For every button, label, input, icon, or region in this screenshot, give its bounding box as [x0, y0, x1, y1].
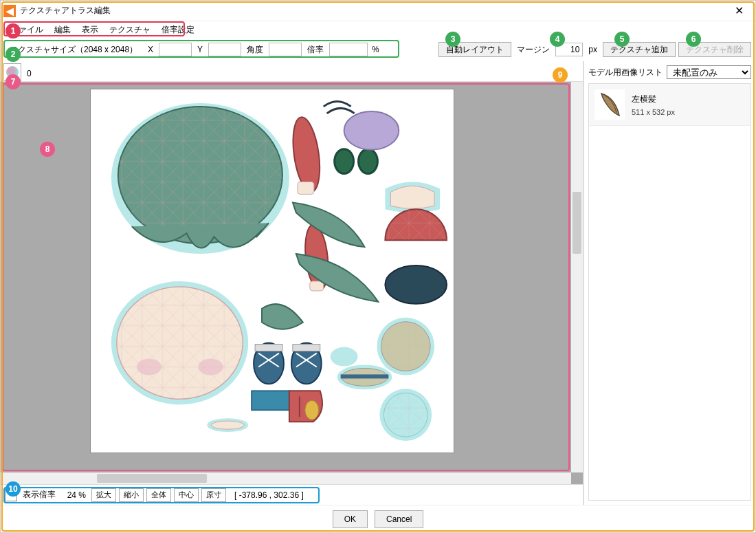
menu-edit[interactable]: 編集 [49, 23, 76, 37]
list-item-name: 左横髪 [632, 94, 675, 105]
scrollbar-horizontal[interactable] [1, 472, 571, 484]
cancel-button[interactable]: Cancel [375, 510, 423, 528]
list-item-dim: 511 x 532 px [632, 108, 675, 116]
angle-label: 角度 [244, 44, 266, 56]
list-item-thumb [594, 89, 625, 120]
svg-point-13 [359, 149, 378, 174]
percent-label: % [370, 45, 381, 54]
ok-button[interactable]: OK [333, 510, 368, 528]
auto-layout-button[interactable]: 自動レイアウト [438, 42, 511, 57]
menu-view[interactable]: 表示 [76, 23, 104, 37]
px-label: px [586, 45, 600, 54]
texture-size-label: テクスチャサイズ（2048 x 2048） [5, 42, 142, 58]
toolbar: テクスチャサイズ（2048 x 2048） X Y 角度 倍率 % 自動レイアウ… [1, 38, 755, 61]
texture-tab-label[interactable]: 0 [21, 66, 37, 81]
svg-point-14 [344, 111, 399, 150]
zoom-label: 表示倍率 [20, 489, 58, 501]
scrollbar-thumb-v[interactable] [572, 192, 581, 254]
menu-texture[interactable]: テクスチャ [104, 23, 156, 37]
margin-label: マージン [514, 44, 553, 56]
zoom-center-button[interactable]: 中心 [174, 488, 199, 502]
svg-point-7 [198, 359, 223, 376]
titlebar: ◀ テクスチャアトラス編集 ✕ [1, 1, 755, 21]
zoom-out-button[interactable]: 縮小 [119, 488, 144, 502]
svg-point-21 [385, 265, 447, 304]
atlas-svg [91, 89, 454, 453]
app-icon: ◀ [3, 5, 16, 17]
canvas-area[interactable] [1, 82, 583, 484]
svg-point-6 [137, 359, 162, 376]
window-title: テクスチャアトラス編集 [20, 5, 111, 17]
svg-point-24 [381, 322, 430, 371]
zoom-actual-button[interactable]: 原寸 [201, 488, 226, 502]
window: ◀ テクスチャアトラス編集 ✕ ファイル 編集 表示 テクスチャ 倍率設定 テク… [0, 0, 756, 533]
scrollbar-vertical[interactable] [571, 82, 583, 472]
status-color-box[interactable] [5, 489, 17, 501]
svg-point-32 [211, 421, 244, 429]
texture-canvas[interactable] [90, 89, 454, 453]
svg-point-20 [305, 400, 319, 420]
scrollbar-thumb-h[interactable] [97, 474, 207, 483]
svg-rect-16 [255, 345, 282, 351]
svg-point-12 [335, 149, 354, 174]
zoom-in-button[interactable]: 拡大 [91, 488, 116, 502]
zoom-fit-button[interactable]: 全体 [146, 488, 171, 502]
x-label: X [145, 45, 156, 54]
texture-tab-thumb[interactable] [3, 63, 21, 81]
scale-label: 倍率 [304, 44, 326, 56]
image-list-label: モデル用画像リスト [588, 67, 663, 78]
titlebar-left: ◀ テクスチャアトラス編集 [3, 5, 111, 17]
left-panel: 0 [1, 61, 583, 505]
filter-select[interactable]: 未配置のみ [667, 65, 751, 79]
body: 0 [1, 61, 755, 505]
image-list[interactable]: 左横髪 511 x 532 px [588, 83, 751, 501]
menu-file[interactable]: ファイル [5, 23, 49, 37]
add-texture-button[interactable]: テクスチャ追加 [603, 42, 676, 57]
svg-point-5 [117, 287, 243, 399]
y-label: Y [194, 45, 205, 54]
svg-rect-18 [293, 345, 320, 351]
svg-point-30 [383, 393, 427, 437]
margin-input[interactable] [555, 43, 583, 56]
y-input[interactable] [208, 43, 241, 56]
svg-rect-11 [310, 281, 324, 291]
angle-input[interactable] [269, 43, 302, 56]
menu-scale[interactable]: 倍率設定 [156, 23, 200, 37]
right-header: モデル用画像リスト 未配置のみ [588, 65, 751, 79]
svg-rect-19 [252, 391, 289, 410]
svg-point-33 [331, 347, 358, 367]
svg-point-2 [118, 107, 282, 243]
statusbar: 表示倍率 24 % 拡大 縮小 全体 中心 原寸 [ -378.96 , 302… [1, 484, 583, 505]
x-input[interactable] [159, 43, 192, 56]
close-icon[interactable]: ✕ [725, 1, 753, 21]
svg-rect-27 [341, 374, 389, 378]
list-item[interactable]: 左横髪 511 x 532 px [589, 84, 751, 126]
delete-texture-button[interactable]: テクスチャ削除 [678, 42, 751, 57]
menubar: ファイル 編集 表示 テクスチャ 倍率設定 [1, 21, 755, 38]
scale-input[interactable] [329, 43, 368, 56]
svg-rect-9 [298, 182, 314, 194]
zoom-value: 24 % [61, 490, 89, 500]
list-item-text: 左横髪 511 x 532 px [632, 94, 675, 116]
footer: OK Cancel [1, 505, 755, 532]
tabrow: 0 [1, 61, 583, 82]
cursor-coords: [ -378.96 , 302.36 ] [229, 490, 309, 500]
right-panel: モデル用画像リスト 未配置のみ 左横髪 511 x 532 px [583, 61, 755, 505]
